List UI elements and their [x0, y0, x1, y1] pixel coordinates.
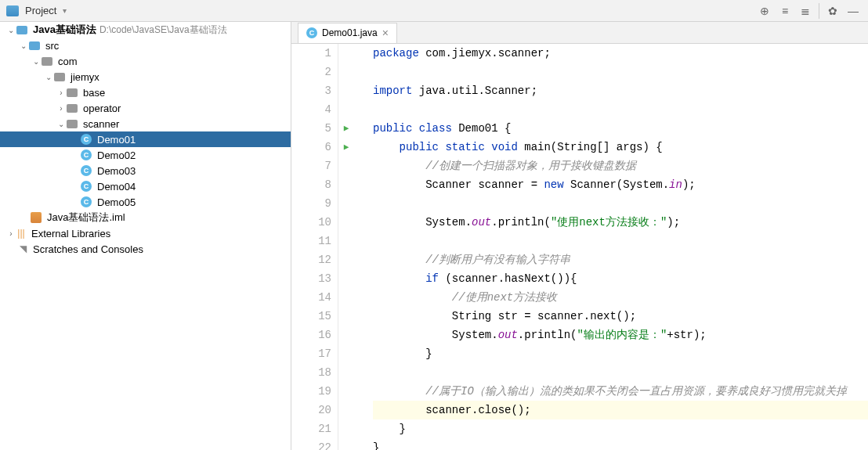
tree-scratches[interactable]: ◥ Scratches and Consoles [0, 241, 291, 257]
tree-jiemyx[interactable]: ⌄ jiemyx [0, 69, 291, 85]
tree-label: operator [83, 103, 121, 114]
tree-pkg-scanner[interactable]: ⌄ scanner [0, 116, 291, 131]
dropdown-arrow-icon[interactable]: ▾ [63, 6, 67, 15]
chevron-right-icon[interactable]: › [56, 104, 66, 113]
tree-label: scanner [83, 118, 119, 130]
project-toolbar: Project ▾ ⊕ ≡ ≣ ✿ — [0, 0, 868, 22]
expand-all-icon[interactable]: ≡ [776, 2, 794, 20]
tree-label: Demo01 [97, 134, 136, 146]
folder-icon [29, 41, 40, 50]
tree-label: Scratches and Consoles [33, 243, 143, 255]
java-class-icon: C [81, 181, 92, 192]
package-icon [67, 120, 78, 128]
locate-icon[interactable]: ⊕ [756, 2, 773, 20]
code-content[interactable]: package com.jiemyx.scanner;import java.u… [367, 44, 868, 450]
java-class-icon: C [81, 196, 92, 207]
libraries-icon: ||| [16, 228, 27, 239]
tree-com[interactable]: ⌄ com [0, 53, 291, 69]
main-area: ⌄ Java基础语法 D:\code\JavaSE\Java基础语法 ⌄ src… [0, 22, 868, 450]
divider [819, 3, 819, 19]
tree-label: Demo04 [97, 181, 136, 193]
tree-label: com [58, 56, 78, 67]
tree-file-demo01[interactable]: C Demo01 [0, 131, 291, 147]
tree-path: D:\code\JavaSE\Java基础语法 [99, 23, 227, 37]
toolbar-title[interactable]: Project [25, 5, 56, 16]
chevron-right-icon[interactable]: › [56, 88, 66, 97]
fold-gutter [354, 44, 367, 450]
tree-src[interactable]: ⌄ src [0, 38, 291, 53]
tree-label: base [83, 87, 105, 99]
scratches-icon: ◥ [17, 243, 28, 254]
java-class-icon: C [306, 27, 317, 38]
tree-file-demo04[interactable]: C Demo04 [0, 178, 291, 194]
tab-demo01[interactable]: C Demo01.java × [298, 23, 397, 43]
tree-pkg-operator[interactable]: › operator [0, 100, 291, 116]
package-icon [67, 88, 78, 97]
hide-icon[interactable]: — [844, 2, 862, 20]
package-icon [54, 73, 65, 81]
tab-label: Demo01.java [322, 27, 378, 38]
chevron-down-icon[interactable]: ⌄ [6, 26, 16, 34]
tree-external-libs[interactable]: › ||| External Libraries [0, 225, 291, 241]
java-class-icon: C [81, 165, 92, 176]
tree-iml[interactable]: Java基础语法.iml [0, 210, 291, 225]
tree-label: Demo02 [97, 149, 136, 161]
line-number-gutter: 12345678910111213141516171819202122 [291, 44, 338, 450]
chevron-down-icon[interactable]: ⌄ [19, 41, 28, 50]
project-tree: ⌄ Java基础语法 D:\code\JavaSE\Java基础语法 ⌄ src… [0, 22, 291, 450]
gear-icon[interactable]: ✿ [824, 2, 841, 20]
chevron-right-icon[interactable]: › [6, 229, 16, 238]
chevron-down-icon[interactable]: ⌄ [44, 73, 53, 81]
collapse-all-icon[interactable]: ≣ [797, 2, 814, 20]
run-icon[interactable]: ▶ [338, 138, 354, 157]
package-icon [67, 104, 78, 113]
run-gutter: ▶▶ [338, 44, 354, 450]
tree-label: Java基础语法.iml [47, 211, 125, 225]
tree-label: Demo05 [97, 196, 136, 208]
tabs-bar: C Demo01.java × [291, 22, 868, 44]
run-icon[interactable]: ▶ [338, 119, 354, 138]
editor-area: C Demo01.java × 123456789101112131415161… [291, 22, 868, 450]
tree-file-demo02[interactable]: C Demo02 [0, 147, 291, 163]
chevron-down-icon[interactable]: ⌄ [31, 57, 41, 66]
java-class-icon: C [81, 134, 92, 145]
tree-label: Demo03 [97, 165, 136, 177]
close-icon[interactable]: × [382, 27, 389, 39]
tree-root[interactable]: ⌄ Java基础语法 D:\code\JavaSE\Java基础语法 [0, 22, 291, 38]
iml-icon [31, 212, 42, 223]
tree-label: jiemyx [71, 71, 99, 83]
module-icon [16, 26, 27, 34]
chevron-down-icon[interactable]: ⌄ [56, 120, 66, 128]
project-icon [6, 5, 19, 16]
tree-file-demo05[interactable]: C Demo05 [0, 194, 291, 210]
tree-label: External Libraries [31, 228, 110, 239]
tree-label: Java基础语法 [33, 23, 96, 37]
package-icon [42, 57, 52, 66]
tree-file-demo03[interactable]: C Demo03 [0, 163, 291, 178]
tree-pkg-base[interactable]: › base [0, 85, 291, 100]
tree-label: src [45, 40, 59, 52]
java-class-icon: C [81, 149, 92, 160]
code-editor[interactable]: 12345678910111213141516171819202122 ▶▶ p… [291, 44, 868, 450]
